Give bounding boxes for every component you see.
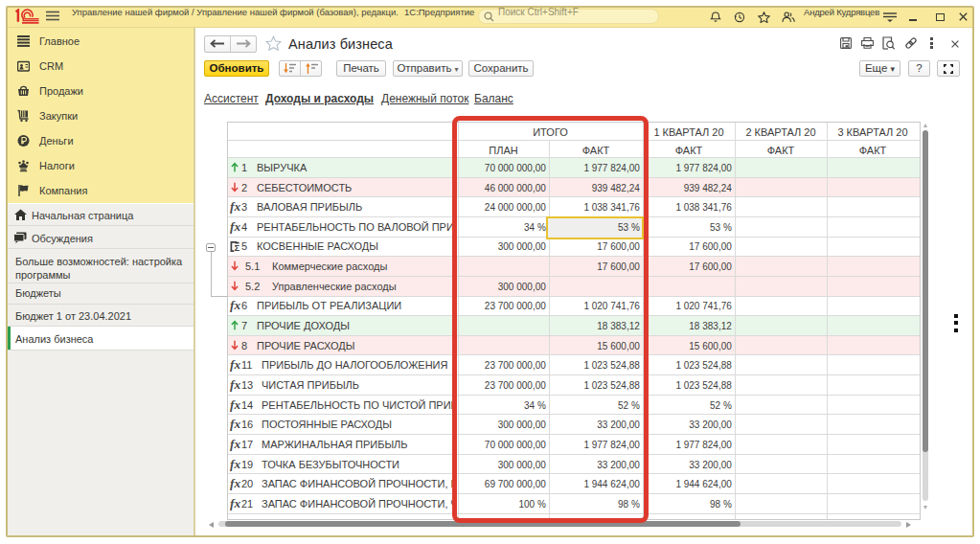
- svg-text:Σ: Σ: [235, 243, 240, 254]
